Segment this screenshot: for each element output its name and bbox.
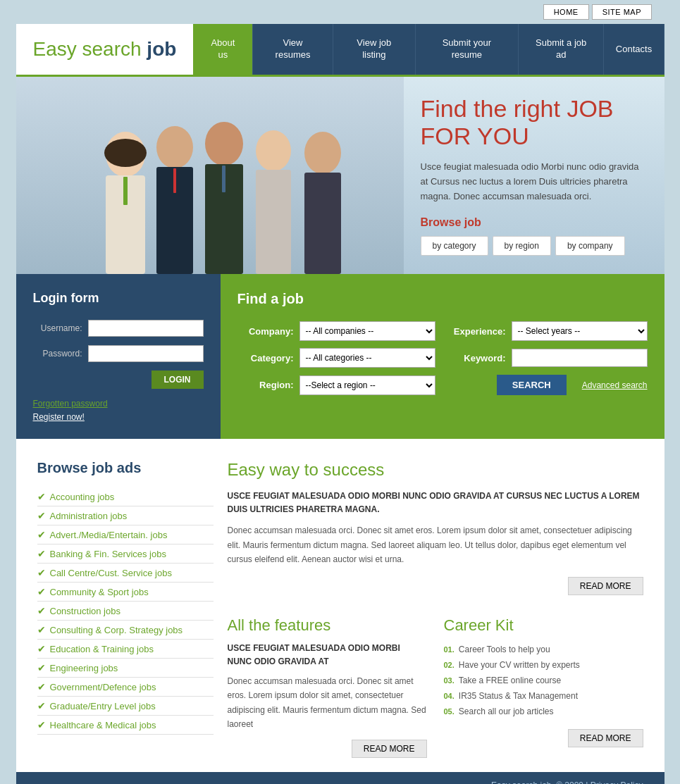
hero-content: Find the right JOB FOR YOU Usce feugiat … [404, 77, 664, 274]
region-label: Region: [237, 380, 294, 390]
browse-by-company[interactable]: by company [555, 236, 625, 256]
feature-two-col: All the features USCE FEUGIAT MALESUADA … [228, 616, 643, 759]
nav-view-job-listing[interactable]: View job listing [333, 24, 416, 75]
job-link[interactable]: Administration jobs [50, 511, 128, 521]
logo: Easy search job [33, 38, 177, 61]
home-button[interactable]: HOME [543, 4, 589, 20]
job-link[interactable]: Banking & Fin. Services jobs [50, 549, 166, 559]
list-item: ✔Call Centre/Cust. Service jobs [37, 564, 214, 583]
login-button[interactable]: LOGIN [152, 371, 204, 389]
main-nav: About us View resumes View job listing S… [193, 24, 664, 75]
check-icon: ✔ [37, 586, 46, 597]
svg-rect-12 [123, 177, 128, 205]
career-item: 04. IR35 Status & Tax Management [444, 688, 643, 704]
advanced-search-link[interactable]: Advanced search [582, 380, 648, 390]
browse-jobs-title: Browse job ads [37, 460, 214, 476]
career-item: 02. Have your CV written by experts [444, 657, 643, 673]
job-link[interactable]: Consulting & Corp. Strategy jobs [50, 625, 183, 635]
job-link[interactable]: Engineering jobs [50, 663, 118, 673]
career-item: 03. Take a FREE online course [444, 673, 643, 688]
job-link[interactable]: Accounting jobs [50, 492, 115, 502]
find-job-form: Company: -- All companies -- Experience:… [237, 321, 648, 395]
footer-text: Easy search job. © 2009 | Privacy Policy [491, 780, 643, 784]
sitemap-button[interactable]: SITE MAP [592, 4, 652, 20]
keyword-field: Keyword: [450, 348, 648, 368]
experience-field: Experience: -- Select years -- [450, 321, 648, 341]
job-link[interactable]: Graduate/Entry Level jobs [50, 701, 156, 711]
logo-area: Easy search job [16, 24, 194, 75]
check-icon: ✔ [37, 662, 46, 673]
all-features-read-more[interactable]: READ MORE [352, 740, 427, 758]
all-features-bold: USCE FEUGIAT MALESUADA ODIO MORBI NUNC O… [228, 642, 427, 668]
logo-easy: Easy search [33, 38, 147, 60]
job-link[interactable]: Government/Defence jobs [50, 682, 156, 692]
username-row: Username: [33, 320, 204, 337]
browse-buttons: by category by region by company [421, 236, 648, 256]
job-link[interactable]: Advert./Media/Entertain. jobs [50, 530, 168, 540]
career-kit-col: Career Kit 01. Career Tools to help you … [444, 616, 643, 759]
nav-about[interactable]: About us [193, 24, 253, 75]
easy-way-body: Donec accumsan malesuada orci. Donec sit… [228, 523, 643, 566]
company-field: Company: -- All companies -- [237, 321, 435, 341]
category-select[interactable]: -- All categories -- [299, 348, 435, 368]
all-features-body: Donec accumsan malesuada orci. Donec sit… [228, 674, 427, 732]
check-icon: ✔ [37, 624, 46, 635]
all-features-title: All the features [228, 616, 427, 635]
nav-submit-job-ad[interactable]: Submit a job ad [519, 24, 605, 75]
job-link[interactable]: Construction jobs [50, 606, 120, 616]
region-field: Region: --Select a region -- [237, 375, 435, 395]
check-icon: ✔ [37, 605, 46, 616]
login-links: Forgotten password Register now! [33, 399, 204, 422]
nav-submit-resume[interactable]: Submit your resume [416, 24, 519, 75]
career-kit-read-more[interactable]: READ MORE [568, 729, 643, 747]
easy-way-bold: USCE FEUGIAT MALESUADA ODIO MORBI NUNC O… [228, 490, 643, 516]
easy-way-read-more[interactable]: READ MORE [568, 577, 643, 595]
easy-way-section: Easy way to success USCE FEUGIAT MALESUA… [228, 460, 643, 595]
check-icon: ✔ [37, 529, 46, 540]
logo-job: job [147, 38, 176, 60]
region-select[interactable]: --Select a region -- [299, 375, 435, 395]
list-item: ✔Government/Defence jobs [37, 678, 214, 697]
list-item: ✔Engineering jobs [37, 659, 214, 678]
keyword-input[interactable] [512, 349, 648, 367]
browse-job-label: Browse job [421, 216, 648, 229]
search-actions: SEARCH Advanced search [450, 375, 648, 395]
svg-point-6 [205, 122, 243, 166]
password-label: Password: [33, 349, 82, 359]
career-item: 01. Career Tools to help you [444, 642, 643, 657]
register-link[interactable]: Register now! [33, 412, 85, 422]
password-input[interactable] [88, 345, 204, 362]
find-job-panel: Find a job Company: -- All companies -- … [221, 274, 664, 439]
all-features-col: All the features USCE FEUGIAT MALESUADA … [228, 616, 427, 759]
search-button[interactable]: SEARCH [497, 375, 567, 395]
list-item: ✔Advert./Media/Entertain. jobs [37, 525, 214, 545]
find-row-3: Region: --Select a region -- SEARCH Adva… [237, 375, 648, 395]
job-link[interactable]: Education & Training jobs [50, 644, 154, 654]
list-item: ✔Consulting & Corp. Strategy jobs [37, 621, 214, 640]
check-icon: ✔ [37, 491, 46, 502]
experience-select[interactable]: -- Select years -- [512, 321, 648, 341]
keyword-label: Keyword: [450, 353, 506, 363]
job-link[interactable]: Call Centre/Cust. Service jobs [50, 568, 172, 578]
nav-contacts[interactable]: Contacts [604, 24, 664, 75]
check-icon: ✔ [37, 719, 46, 730]
job-link[interactable]: Community & Sport jobs [50, 587, 149, 597]
category-field: Category: -- All categories -- [237, 348, 435, 368]
company-label: Company: [237, 326, 294, 337]
list-item: ✔Community & Sport jobs [37, 583, 214, 602]
svg-point-10 [304, 132, 341, 174]
svg-rect-9 [256, 170, 291, 274]
career-kit-list: 01. Career Tools to help you 02. Have yo… [444, 642, 643, 719]
find-row-1: Company: -- All companies -- Experience:… [237, 321, 648, 341]
browse-by-region[interactable]: by region [493, 236, 551, 256]
career-item: 05. Search all our job articles [444, 704, 643, 719]
job-link[interactable]: Healthcare & Medical jobs [50, 720, 156, 730]
username-input[interactable] [88, 320, 204, 337]
svg-point-4 [156, 126, 193, 168]
browse-by-category[interactable]: by category [421, 236, 488, 256]
forgotten-password-link[interactable]: Forgotten password [33, 399, 204, 409]
content-area: Browse job ads ✔Accounting jobs ✔Adminis… [16, 439, 664, 772]
nav-view-resumes[interactable]: View resumes [253, 24, 333, 75]
site-footer: Easy search job. © 2009 | Privacy Policy [16, 772, 664, 784]
company-select[interactable]: -- All companies -- [299, 321, 435, 341]
